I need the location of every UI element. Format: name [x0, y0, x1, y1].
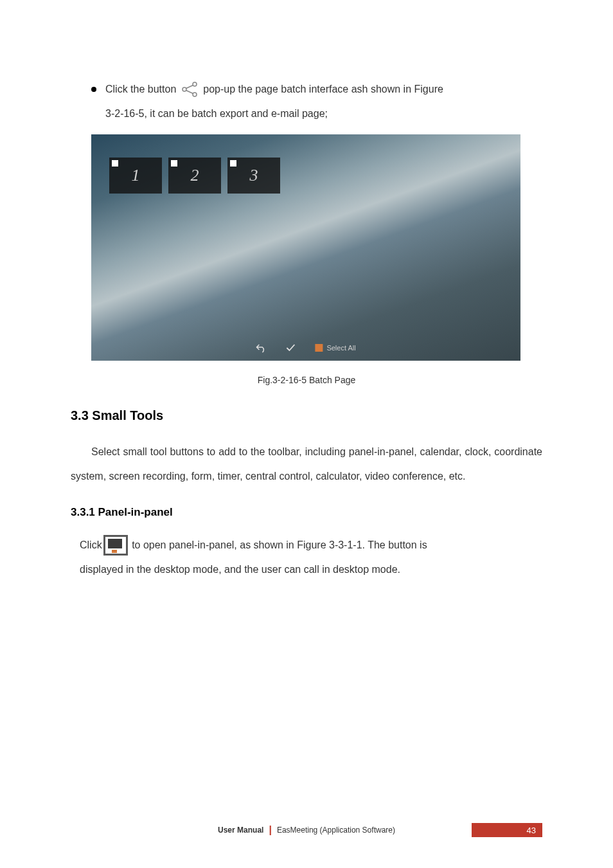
- p2-pre: Click: [80, 539, 102, 550]
- svg-point-2: [182, 87, 186, 91]
- batch-page-screenshot: 1 2 3 Select All: [91, 134, 520, 361]
- p2-post: to open panel-in-panel, as shown in Figu…: [132, 539, 427, 550]
- svg-line-3: [186, 86, 193, 89]
- thumbnail-checkbox-icon[interactable]: [171, 160, 177, 167]
- thumbnail-row: 1 2 3: [109, 158, 280, 194]
- svg-point-1: [193, 93, 197, 96]
- bullet-dot-icon: [91, 87, 96, 92]
- footer-divider-icon: |: [269, 824, 271, 836]
- select-all-label: Select All: [326, 344, 355, 352]
- body-paragraph: Click to open panel-in-panel, as shown i…: [80, 533, 542, 557]
- page-number: 43: [472, 823, 542, 837]
- page-thumbnail[interactable]: 1: [109, 158, 162, 194]
- batch-toolbar: Select All: [256, 343, 355, 353]
- bullet-text-cont: 3-2-16-5, it can be batch export and e-m…: [105, 102, 542, 126]
- bullet-item: Click the button pop-up the page batch i…: [91, 77, 542, 102]
- scissor-share-icon: [180, 81, 199, 98]
- svg-line-4: [186, 91, 193, 94]
- bullet-text-pre: Click the button: [105, 77, 176, 102]
- select-all-checkbox-icon[interactable]: [315, 344, 323, 352]
- page-footer: User Manual | EasMeeting (Application So…: [0, 824, 613, 836]
- footer-product: EasMeeting (Application Software): [277, 826, 395, 835]
- undo-icon[interactable]: [256, 343, 266, 353]
- body-paragraph: Select small tool buttons to add to the …: [71, 440, 542, 489]
- panel-in-panel-icon: [103, 535, 128, 556]
- subsection-heading: 3.3.1 Panel-in-panel: [71, 506, 542, 519]
- select-all-control[interactable]: Select All: [315, 344, 355, 352]
- bullet-text-post: pop-up the page batch interface ash show…: [203, 77, 443, 102]
- section-heading: 3.3 Small Tools: [71, 408, 542, 423]
- figure-caption: Fig.3-2-16-5 Batch Page: [71, 375, 542, 385]
- thumbnail-number: 2: [191, 166, 199, 185]
- footer-label: User Manual: [218, 826, 263, 835]
- check-icon[interactable]: [285, 343, 296, 353]
- thumbnail-checkbox-icon[interactable]: [230, 160, 236, 167]
- thumbnail-number: 1: [132, 166, 140, 185]
- page-thumbnail[interactable]: 3: [227, 158, 280, 194]
- thumbnail-checkbox-icon[interactable]: [112, 160, 118, 167]
- page-thumbnail[interactable]: 2: [168, 158, 221, 194]
- svg-point-0: [193, 82, 197, 86]
- thumbnail-number: 3: [250, 166, 258, 185]
- body-paragraph-line2: displayed in the desktop mode, and the u…: [80, 557, 542, 582]
